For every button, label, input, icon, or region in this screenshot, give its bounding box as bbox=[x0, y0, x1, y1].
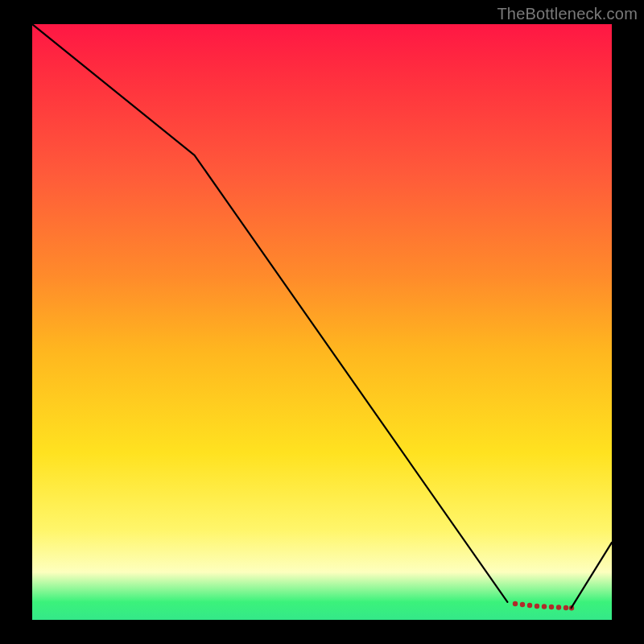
svg-point-5 bbox=[549, 605, 554, 609]
svg-point-6 bbox=[556, 605, 561, 609]
bottleneck-curve-segment-1 bbox=[32, 24, 507, 602]
plot-gradient-background bbox=[32, 24, 612, 620]
source-watermark: TheBottleneck.com bbox=[497, 5, 638, 23]
bottleneck-curve-segment-3 bbox=[572, 543, 612, 608]
bottleneck-curve-dotted bbox=[513, 601, 574, 611]
svg-point-8 bbox=[569, 605, 574, 610]
chart-frame: TheBottleneck.com bbox=[0, 0, 644, 644]
line-plot-svg bbox=[32, 24, 612, 620]
svg-point-3 bbox=[535, 604, 539, 609]
svg-point-7 bbox=[564, 605, 568, 610]
svg-point-1 bbox=[520, 602, 525, 607]
svg-point-4 bbox=[542, 604, 547, 609]
svg-point-0 bbox=[513, 601, 518, 606]
svg-point-2 bbox=[527, 603, 532, 608]
